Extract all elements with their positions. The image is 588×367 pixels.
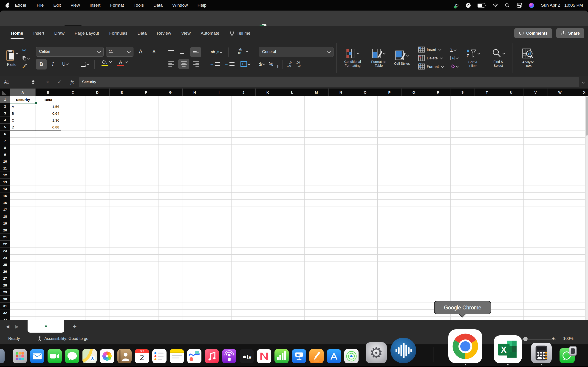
row-header-8[interactable]: 8 bbox=[0, 144, 10, 151]
col-header-L[interactable]: L bbox=[280, 89, 304, 96]
dock-chrome-icon[interactable] bbox=[448, 329, 482, 363]
dock-excel-icon[interactable]: X bbox=[494, 335, 522, 363]
cell-styles-button[interactable]: Cell Styles bbox=[392, 50, 412, 66]
dock-numbers-icon[interactable] bbox=[275, 349, 289, 363]
tab-tell-me[interactable]: Tell me bbox=[225, 26, 255, 40]
row-header-11[interactable]: 11 bbox=[0, 165, 10, 172]
col-header-I[interactable]: I bbox=[207, 89, 231, 96]
increase-decimal-button[interactable]: ←.0.00 bbox=[286, 61, 292, 67]
clear-button[interactable] bbox=[450, 63, 459, 70]
tab-review[interactable]: Review bbox=[152, 26, 176, 40]
menu-clock-time[interactable]: 10:05 PM bbox=[564, 3, 583, 8]
formula-bar-expand-icon[interactable] bbox=[581, 80, 585, 84]
insert-function-button[interactable]: fx bbox=[65, 80, 79, 85]
tab-formulas[interactable]: Formulas bbox=[104, 26, 132, 40]
decrease-decimal-button[interactable]: .00→.0 bbox=[295, 61, 301, 67]
tab-data[interactable]: Data bbox=[132, 26, 152, 40]
row-header-2[interactable]: 2 bbox=[0, 103, 10, 110]
control-center-icon[interactable] bbox=[517, 3, 522, 8]
fill-button[interactable] bbox=[450, 55, 459, 61]
share-button[interactable]: Share bbox=[556, 28, 584, 38]
menu-window[interactable]: Window bbox=[167, 0, 193, 10]
col-header-K[interactable]: K bbox=[256, 89, 280, 96]
name-box[interactable]: A1 bbox=[0, 80, 32, 85]
dock-contacts-icon[interactable] bbox=[117, 349, 132, 363]
dock-maps-icon[interactable] bbox=[82, 349, 97, 363]
col-header-M[interactable]: M bbox=[304, 89, 329, 96]
dock-apple-tv-icon[interactable]: tv bbox=[240, 349, 254, 363]
dock-launchpad-icon[interactable] bbox=[13, 349, 27, 363]
dock-audio-app-icon[interactable] bbox=[390, 338, 416, 363]
col-header-B[interactable]: B bbox=[36, 89, 61, 96]
select-all-corner[interactable] bbox=[0, 89, 10, 96]
cell-B5[interactable]: 0.88 bbox=[36, 124, 61, 131]
active-sheet-tab[interactable] bbox=[27, 320, 64, 333]
dock-reminders-icon[interactable] bbox=[152, 349, 166, 363]
row-header-6[interactable]: 6 bbox=[0, 131, 10, 137]
menu-edit[interactable]: Edit bbox=[48, 0, 66, 10]
dock-music-icon[interactable] bbox=[205, 349, 219, 363]
underline-button[interactable]: U bbox=[59, 59, 72, 69]
font-size-select[interactable]: 11 bbox=[106, 47, 133, 57]
row-header-15[interactable]: 15 bbox=[0, 192, 10, 199]
dock-facetime-icon[interactable] bbox=[48, 349, 62, 363]
tab-draw[interactable]: Draw bbox=[49, 26, 69, 40]
conditional-formatting-button[interactable]: Conditional Formatting bbox=[340, 48, 365, 68]
analyze-data-button[interactable]: Analyze Data bbox=[515, 48, 541, 68]
font-color-button[interactable]: A bbox=[113, 59, 128, 69]
dock-partial-icon[interactable] bbox=[0, 349, 5, 363]
zoom-slider-knob[interactable] bbox=[523, 337, 527, 341]
row-header-3[interactable]: 3 bbox=[0, 110, 10, 117]
cell-B1[interactable]: Beta bbox=[36, 96, 61, 103]
dock-news-icon[interactable] bbox=[257, 349, 271, 363]
name-box-spinner[interactable] bbox=[32, 80, 35, 84]
col-header-R[interactable]: R bbox=[426, 89, 450, 96]
wrap-text-button[interactable]: abc↩ bbox=[232, 47, 249, 57]
bold-button[interactable]: B bbox=[36, 59, 47, 69]
tab-view[interactable]: View bbox=[176, 26, 196, 40]
dock-calendar-icon[interactable]: APR2 bbox=[135, 349, 149, 363]
percent-style-button[interactable]: % bbox=[269, 59, 273, 69]
col-header-V[interactable]: V bbox=[523, 89, 548, 96]
apple-menu-icon[interactable] bbox=[6, 3, 9, 8]
col-header-U[interactable]: U bbox=[499, 89, 523, 96]
align-center-button[interactable] bbox=[178, 59, 189, 69]
row-header-9[interactable]: 9 bbox=[0, 151, 10, 158]
align-top-button[interactable] bbox=[166, 47, 176, 57]
orientation-button[interactable]: ab↗ bbox=[208, 47, 225, 57]
accessibility-status[interactable]: Accessibility: Good to go bbox=[44, 336, 88, 341]
number-format-select[interactable]: General bbox=[259, 47, 334, 57]
decrease-font-button[interactable]: Aˇ bbox=[149, 47, 160, 56]
row-header-25[interactable]: 25 bbox=[0, 261, 10, 268]
borders-button[interactable] bbox=[78, 59, 91, 69]
tab-automate[interactable]: Automate bbox=[196, 26, 225, 40]
menu-data[interactable]: Data bbox=[149, 0, 167, 10]
wifi-icon[interactable] bbox=[493, 3, 498, 8]
spreadsheet-grid[interactable]: SecurityBetaA1.56B0.64C1.36D0.88 ABCDEFG… bbox=[0, 89, 588, 320]
row-header-23[interactable]: 23 bbox=[0, 248, 10, 254]
next-sheet-button[interactable]: ▶ bbox=[15, 324, 19, 329]
col-header-Q[interactable]: Q bbox=[402, 89, 426, 96]
autosum-button[interactable]: Σ bbox=[450, 46, 459, 53]
comments-button[interactable]: Comments bbox=[514, 28, 552, 38]
align-left-button[interactable] bbox=[166, 59, 176, 69]
cell-B2[interactable]: 1.56 bbox=[36, 103, 61, 110]
row-header-5[interactable]: 5 bbox=[0, 124, 10, 131]
dock-messages-device-icon[interactable] bbox=[560, 348, 575, 363]
row-header-28[interactable]: 28 bbox=[0, 282, 10, 289]
cell-B3[interactable]: 0.64 bbox=[36, 110, 61, 117]
dock-photos-icon[interactable] bbox=[100, 349, 114, 363]
cell-A4[interactable]: C bbox=[10, 117, 36, 124]
increase-font-button[interactable]: Aˆ bbox=[136, 47, 147, 56]
insert-cells-button[interactable]: Insert bbox=[418, 46, 444, 53]
align-middle-button[interactable] bbox=[178, 47, 188, 57]
cell-A2[interactable]: A bbox=[10, 103, 36, 110]
row-header-33[interactable]: 33 bbox=[0, 316, 10, 320]
col-header-E[interactable]: E bbox=[110, 89, 134, 96]
dock-pages-icon[interactable] bbox=[309, 349, 324, 363]
col-header-S[interactable]: S bbox=[450, 89, 475, 96]
cell-A3[interactable]: B bbox=[10, 110, 36, 117]
spotlight-search-icon[interactable] bbox=[505, 3, 510, 8]
align-bottom-button[interactable] bbox=[190, 47, 201, 57]
tab-home[interactable]: Home bbox=[6, 26, 28, 40]
